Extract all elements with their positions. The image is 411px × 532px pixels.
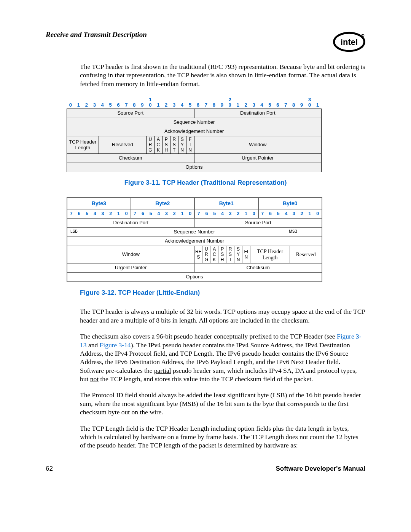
fig2-bit-index: 6	[266, 211, 274, 216]
fig2-bit-index: 6	[139, 211, 147, 216]
fig1-bit-index: 10	[146, 102, 154, 108]
fig2-bit-index: 5	[274, 211, 282, 216]
fig2-bit-index: 2	[107, 211, 115, 216]
fig2-bit-index: 7	[131, 211, 139, 216]
fig1-flag-psh: PSH	[162, 136, 170, 153]
fig1-bit-index: 2	[242, 102, 250, 108]
fig1-bit-index: 4	[99, 102, 107, 108]
fig1-bit-index: 9	[298, 102, 306, 108]
fig2-options: Options	[67, 273, 322, 282]
fig2-flag-psh: PSH	[218, 246, 226, 264]
fig1-flag-rst: RST	[170, 136, 178, 153]
fig2-seq-num: Sequence Number	[174, 229, 215, 235]
svg-text:R: R	[362, 35, 363, 37]
fig1-bit-index: 1	[75, 102, 83, 108]
fig1-bit-index: 9	[218, 102, 226, 108]
fig2-bit-index: 4	[91, 211, 99, 216]
fig1-flag-urg: URG	[147, 136, 155, 153]
fig2-flag-syn: SYN	[234, 246, 242, 264]
fig2-bit-index: 1	[178, 211, 186, 216]
fig2-bit-index: 7	[195, 211, 203, 216]
fig2-bit-index: 5	[83, 211, 91, 216]
fig1-bit-index: 4	[258, 102, 266, 108]
fig1-bit-index: 0	[67, 102, 75, 108]
fig2-bit-index: 4	[282, 211, 290, 216]
fig2-reserved: Reserved	[290, 246, 322, 264]
fig1-flag-fin: FIN	[186, 136, 194, 153]
fig1-bit-index: 2	[83, 102, 91, 108]
fig2-bit-index: 2	[234, 211, 242, 216]
fig1-checksum: Checksum	[67, 154, 194, 163]
footer-manual-title: Software Developer's Manual	[276, 465, 365, 473]
paragraph-4: The TCP Length field is the TCP Header L…	[80, 424, 365, 450]
fig2-flag-rst: RST	[226, 246, 234, 264]
fig1-bit-index: 5	[266, 102, 274, 108]
fig2-res: RES	[194, 246, 202, 264]
fig2-source-port: Source Port	[194, 219, 322, 228]
fig1-bit-index: 6	[194, 102, 202, 108]
fig1-bit-index: 5	[186, 102, 194, 108]
fig2-byte-header: Byte0	[258, 198, 322, 209]
fig2-msb: MSB	[289, 229, 297, 234]
fig2-window: Window	[67, 246, 195, 264]
fig2-bit-index: 6	[75, 211, 83, 216]
fig2-bit-index: 3	[99, 211, 107, 216]
fig2-bit-index: 4	[218, 211, 226, 216]
fig2-hdr-len: TCP Header Length	[250, 246, 290, 264]
fig2-bit-index: 5	[147, 211, 155, 216]
fig1-dest-port: Destination Port	[194, 109, 322, 118]
fig2-bit-index: 7	[259, 211, 267, 216]
fig2-bit-index: 2	[298, 211, 306, 216]
fig1-bit-index: 5	[107, 102, 115, 108]
fig1-ack-num: Acknowledgement Number	[67, 127, 322, 136]
fig2-byte-header: Byte2	[131, 198, 195, 209]
fig2-bit-index: 0	[123, 211, 131, 216]
fig2-bit-index: 0	[250, 211, 258, 216]
figure-3-12-table: Byte3Byte2Byte1Byte0 7654321076543210765…	[67, 197, 322, 282]
fig2-ack-num: Acknowledgement Number	[67, 237, 322, 246]
fig2-bit-index: 1	[306, 211, 314, 216]
fig1-bit-index: 30	[306, 102, 314, 108]
figure-3-11-caption: Figure 3-11. TCP Header (Traditional Rep…	[46, 179, 365, 187]
fig2-urgent: Urgent Pointer	[67, 264, 195, 273]
fig2-flag-fin: FIN	[242, 246, 250, 264]
fig2-checksum: Checksum	[194, 264, 322, 273]
fig1-bit-index: 7	[202, 102, 210, 108]
figure-3-11-table: 01234567891012345678920123456789301 Sour…	[67, 96, 322, 172]
fig1-bit-index: 1	[234, 102, 242, 108]
fig1-options: Options	[67, 163, 322, 172]
figure-3-12-caption: Figure 3-12. TCP Header (Little-Endian)	[80, 289, 365, 297]
fig2-bit-index: 0	[186, 211, 194, 216]
fig2-bit-index: 2	[170, 211, 178, 216]
fig2-bit-index: 0	[314, 211, 322, 216]
fig2-byte-header: Byte1	[194, 198, 258, 209]
fig1-bit-index: 4	[178, 102, 186, 108]
page-number: 62	[46, 465, 53, 473]
fig1-window: Window	[194, 136, 322, 153]
fig2-bit-index: 4	[155, 211, 163, 216]
paragraph-2: The checksum also covers a 96-bit pseudo…	[80, 332, 365, 383]
fig1-bit-index: 1	[314, 102, 322, 108]
fig1-bit-index: 7	[123, 102, 131, 108]
fig1-bit-index: 3	[170, 102, 178, 108]
paragraph-1: The TCP header is always a multiple of 3…	[80, 307, 365, 324]
fig1-bit-index: 1	[154, 102, 162, 108]
fig1-hdr-len: TCP Header Length	[67, 136, 99, 153]
fig2-bit-index: 3	[162, 211, 170, 216]
fig1-bit-index: 7	[282, 102, 290, 108]
fig1-urgent: Urgent Pointer	[194, 154, 322, 163]
fig2-bit-index: 1	[242, 211, 250, 216]
fig2-lsb: LSB	[70, 229, 78, 234]
fig1-flag-syn: SYN	[178, 136, 186, 153]
fig1-bit-index: 8	[210, 102, 218, 108]
fig1-source-port: Source Port	[67, 109, 194, 118]
fig1-bit-index: 6	[274, 102, 282, 108]
fig1-bit-index: 2	[162, 102, 170, 108]
link-figure-3-14[interactable]: Figure 3-14	[100, 341, 131, 349]
fig1-reserved: Reserved	[99, 136, 146, 153]
fig2-bit-index: 6	[203, 211, 211, 216]
section-title: Receive and Transmit Description	[46, 30, 147, 39]
fig1-flag-ack: ACK	[154, 136, 162, 153]
intel-logo: intel R	[333, 30, 365, 55]
fig2-bit-index: 5	[210, 211, 218, 216]
